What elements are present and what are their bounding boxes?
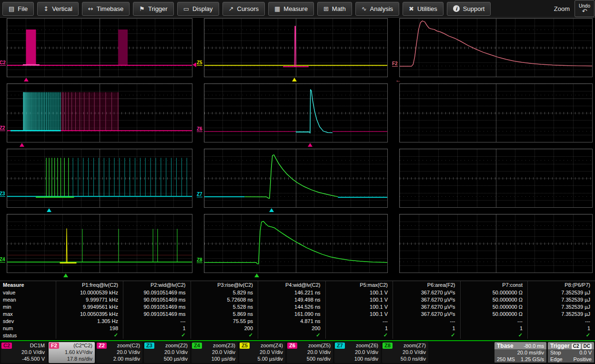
measure-row-label: value: [0, 289, 56, 296]
measure-cell: 5.72608 ns: [191, 296, 258, 303]
menu-item-cursors[interactable]: ↗Cursors: [222, 2, 265, 16]
trigger-descriptor[interactable]: Trigger C2DC Stop 0.0 V Edge Positive: [548, 342, 594, 363]
file-icon: ▤: [9, 5, 14, 12]
waveform-trace: [400, 84, 592, 142]
measure-icon: ▦: [274, 5, 280, 12]
waveform-trace: [204, 149, 387, 207]
undo-button[interactable]: Undo ↶: [575, 0, 595, 17]
waveform-grid-empty-1[interactable]: [399, 83, 593, 142]
channel-descriptor-z4[interactable]: Z4zoom(Z3)20.0 V/div100 µs/div: [192, 342, 238, 363]
channel-descriptor-z8[interactable]: Z8zoom(Z7)20.0 V/div50.0 ns/div: [382, 342, 428, 363]
channel-descriptor-z6[interactable]: Z6zoom(Z5)20.0 V/div500 ns/div: [287, 342, 333, 363]
waveform-trace: [204, 19, 387, 77]
measure-cell: 200: [191, 324, 258, 332]
measure-header-p7[interactable]: P7:const: [460, 281, 528, 289]
waveform-grid-c2[interactable]: [7, 18, 192, 77]
menu-item-analysis[interactable]: ∿Analysis: [355, 2, 399, 16]
undo-icon: ↶: [582, 9, 587, 14]
measure-status-check: ✓: [460, 332, 528, 339]
descriptor-line2: 20.0 V/div: [144, 349, 190, 355]
channel-descriptor-z5[interactable]: Z5zoom(Z4)20.0 V/div5.00 µs/div: [239, 342, 285, 363]
menu-item-trigger[interactable]: ⚑Trigger: [133, 2, 173, 16]
measure-row-label: max: [0, 310, 56, 317]
menu-item-measure[interactable]: ▦Measure: [268, 2, 314, 16]
waveform-trace: [7, 214, 192, 273]
waveform-grid-z8[interactable]: [204, 214, 388, 273]
channel-descriptor-z7[interactable]: Z7zoom(Z6)20.0 V/div100 ns/div: [334, 342, 381, 363]
measure-cell: 7.352539 µJ: [528, 303, 595, 310]
channel-descriptor-z3[interactable]: Z3zoom(Z2)20.0 V/div500 µs/div: [144, 342, 190, 363]
trigger-level-marker[interactable]: [192, 62, 196, 67]
waveform-grid-empty-3[interactable]: [399, 214, 593, 273]
measure-cell: 5.829 ns: [191, 289, 258, 296]
measure-header-p4[interactable]: P4:wid@lv(C2): [258, 281, 326, 289]
waveform-grid-f2[interactable]: [399, 18, 593, 77]
channel-descriptor-f2[interactable]: F2(C2*C2)1.60 kV²/div17.8 ns/div: [49, 342, 95, 363]
menu-item-label: Analysis: [370, 5, 393, 12]
channel-descriptor-c2[interactable]: C2DC1M20.0 V/div-45.500 V: [1, 342, 47, 363]
trigger-position-marker[interactable]: [308, 143, 313, 147]
trigger-position-marker[interactable]: [63, 273, 68, 277]
channel-tab-z4: Z4: [192, 343, 202, 349]
timebase-icon: ↔: [88, 5, 93, 12]
menu-item-support[interactable]: iSupport: [447, 2, 491, 16]
measure-cell: 149.498 ns: [258, 296, 326, 303]
measure-cell: 50.000000 Ω: [460, 310, 528, 317]
descriptor-line3: 5.00 µs/div: [239, 355, 285, 362]
menu-item-timebase[interactable]: ↔Timebase: [82, 2, 130, 16]
descriptor-line3: 2.00 ms/div: [96, 355, 142, 362]
analysis-icon: ∿: [362, 5, 367, 12]
trace-label-z8[interactable]: Z8: [197, 257, 202, 263]
trace-offscreen-arrow[interactable]: ←: [395, 78, 401, 82]
display-icon: ▭: [183, 5, 189, 12]
menu-item-display[interactable]: ▭Display: [177, 2, 219, 16]
descriptor-line3: 500 µs/div: [144, 355, 190, 362]
trace-label-z6[interactable]: Z6: [197, 126, 202, 132]
waveform-grid-z4[interactable]: [7, 214, 192, 273]
measure-cell: ---: [460, 317, 528, 324]
menu-item-vertical[interactable]: ↕Vertical: [37, 2, 79, 16]
measure-cell: 1: [393, 324, 461, 332]
channel-tab-z6: Z6: [287, 343, 297, 349]
trigger-position-marker[interactable]: [254, 273, 259, 277]
menu-item-file[interactable]: ▤File: [2, 2, 34, 16]
trigger-position-marker[interactable]: [24, 78, 29, 81]
waveform-grid-z2[interactable]: [7, 83, 192, 142]
measure-cell: 100.1 V: [325, 303, 393, 310]
measure-header-p5[interactable]: P5:max(C2): [325, 281, 393, 289]
waveform-grid-z7[interactable]: [204, 149, 388, 208]
menu-item-utilities[interactable]: ✖Utilities: [403, 2, 444, 16]
measure-cell: 1: [528, 324, 595, 332]
trace-label-z2[interactable]: Z2: [0, 125, 5, 131]
measure-cell: ---: [123, 317, 191, 324]
waveform-grid-empty-2[interactable]: [399, 149, 593, 208]
measure-header-p8[interactable]: P8:(P6/P7): [528, 281, 595, 289]
trigger-position-marker[interactable]: [47, 208, 51, 212]
menu-item-math[interactable]: ⊞Math: [317, 2, 352, 16]
waveform-grid-z6[interactable]: [204, 83, 388, 142]
trigger-title: Trigger: [550, 343, 570, 349]
measure-header-p6[interactable]: P6:area(F2): [393, 281, 461, 289]
trace-label-z5[interactable]: Z5: [197, 60, 202, 66]
waveform-grid-z5[interactable]: [204, 18, 388, 77]
waveform-trace: [204, 84, 387, 142]
trace-label-z7[interactable]: Z7: [197, 192, 202, 197]
descriptor-line3: 100 ns/div: [334, 355, 381, 362]
vertical-icon: ↕: [43, 5, 49, 12]
channel-descriptor-z2[interactable]: Z2zoom(C2)20.0 V/div2.00 ms/div: [96, 342, 142, 363]
channel-tab-z2: Z2: [97, 343, 107, 349]
timebase-descriptor[interactable]: Tbase -80.0 ms 20.0 ms/div 250 MS 1.25 G…: [494, 342, 546, 363]
trace-label-c2[interactable]: C2: [0, 60, 6, 66]
measure-header-p3[interactable]: P3:rise@lv(C2): [191, 281, 258, 289]
trace-label-z3[interactable]: Z3: [0, 191, 5, 197]
trigger-position-marker[interactable]: [292, 78, 297, 81]
trace-label-z4[interactable]: Z4: [0, 257, 5, 263]
measure-header-p1[interactable]: P1:freq@lv(C2): [56, 281, 123, 289]
trigger-position-marker[interactable]: [20, 143, 24, 147]
trace-label-f2[interactable]: F2: [392, 61, 398, 67]
measure-header-p2[interactable]: P2:wid@lv(C2): [123, 281, 191, 289]
timebase-rate: 1.25 GS/s: [521, 356, 544, 363]
measure-cell: 10.0000539 kHz: [56, 289, 123, 296]
trigger-position-marker[interactable]: [269, 208, 274, 212]
waveform-grid-z3[interactable]: [7, 149, 192, 208]
